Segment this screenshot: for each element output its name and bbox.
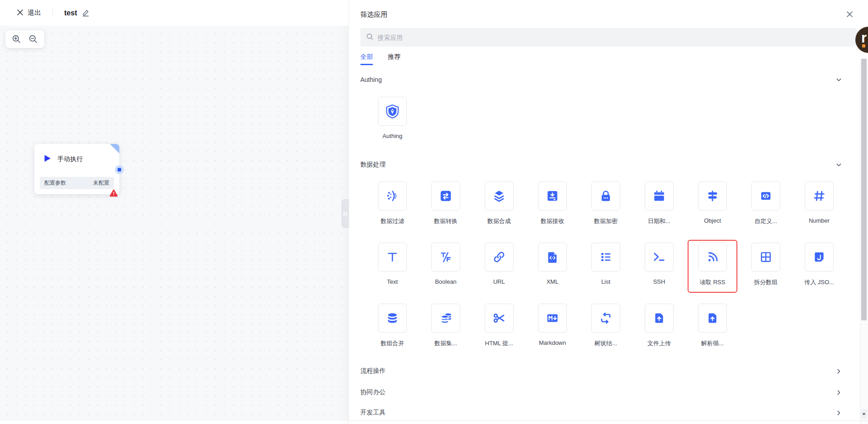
app-label: 数据转换 <box>434 217 458 225</box>
layers-icon <box>492 189 506 203</box>
config-label: 配置参数 <box>44 179 66 187</box>
app-item[interactable]: 解析循... <box>686 304 739 348</box>
scrollbar-track[interactable] <box>860 58 868 424</box>
search-input[interactable] <box>377 34 851 41</box>
app-item[interactable]: 树状结... <box>579 304 632 348</box>
tab-all[interactable]: 全部 <box>360 53 373 65</box>
app-tile <box>538 304 567 333</box>
section-header-2[interactable]: 流程操作 <box>360 367 859 376</box>
panel-collapse-handle[interactable] <box>341 199 349 228</box>
section-header-1[interactable]: 数据处理 <box>360 160 859 169</box>
edit-pencil-icon[interactable] <box>82 9 90 17</box>
app-item[interactable]: HTML 提... <box>472 304 526 348</box>
section-title: 流程操作 <box>360 367 386 375</box>
lock-icon <box>599 189 613 203</box>
link-icon <box>492 250 506 264</box>
section-title: 数据处理 <box>360 161 386 169</box>
app-sections: AuthingAuthing数据处理数据过滤数据转换数据合成数据接收数据加密日期… <box>360 64 859 415</box>
app-label: 日期和... <box>648 217 670 225</box>
app-item[interactable]: 数组合并 <box>366 304 419 348</box>
scrollbar-down-button[interactable] <box>861 409 867 419</box>
app-item[interactable]: 数据集... <box>419 304 472 348</box>
app-picker-panel: 筛选应用 全部 推荐 AuthingAuthing数据处理数据过滤数据转换数据合… <box>349 0 868 424</box>
app-tile <box>485 304 514 333</box>
close-icon <box>17 9 24 17</box>
chevron-right-icon <box>836 410 842 416</box>
topbar: 退出 test <box>0 0 349 26</box>
app-item[interactable]: Object <box>686 181 739 226</box>
scissors-icon <box>492 311 506 325</box>
app-tile <box>431 304 460 333</box>
app-item[interactable]: 拆分数组 <box>739 243 793 287</box>
app-tile <box>538 181 567 210</box>
node-output-port[interactable] <box>115 165 124 174</box>
panel-close-button[interactable] <box>844 9 854 19</box>
zoom-in-icon[interactable] <box>12 34 21 44</box>
file-parse-icon <box>706 311 719 325</box>
app-item[interactable]: Authing <box>366 97 419 141</box>
app-item[interactable]: 数据加密 <box>579 181 632 226</box>
zoom-out-icon[interactable] <box>28 34 38 44</box>
terminal-icon <box>652 250 666 264</box>
app-item[interactable]: Markdown <box>526 304 579 348</box>
app-tile <box>645 304 674 333</box>
divider <box>52 9 53 17</box>
node-manual-trigger[interactable]: 手动执行 配置参数 未配置 <box>34 144 119 194</box>
app-item[interactable]: Text <box>366 243 419 287</box>
app-item[interactable]: 数据转换 <box>419 181 472 226</box>
app-label: 数据合成 <box>487 217 511 225</box>
app-item[interactable]: 数据接收 <box>526 181 579 226</box>
app-tile <box>591 243 620 272</box>
section-header-3[interactable]: 协同办公 <box>360 388 859 397</box>
app-item[interactable]: 自定义... <box>739 181 793 226</box>
app-item[interactable]: 文件上传 <box>632 304 686 348</box>
search-icon <box>366 33 373 42</box>
app-tile <box>751 181 780 210</box>
app-item[interactable]: XML <box>526 243 579 287</box>
section-title: Authing <box>360 76 382 83</box>
filter-dots-icon <box>386 189 399 203</box>
app-tile <box>378 97 407 126</box>
section-header-4[interactable]: 开发工具 <box>360 408 859 415</box>
app-item[interactable]: 数据过滤 <box>366 181 419 226</box>
app-item[interactable]: 数据合成 <box>472 181 526 226</box>
app-label: 读取 RSS <box>700 278 725 286</box>
app-tile <box>431 243 460 272</box>
section-header-0[interactable]: Authing <box>360 75 859 84</box>
app-label: Markdown <box>539 339 566 346</box>
authing-shield-icon <box>385 104 400 119</box>
boolean-icon <box>439 250 453 264</box>
app-tile <box>805 181 834 210</box>
workflow-canvas[interactable]: 手动执行 配置参数 未配置 <box>0 26 349 421</box>
app-tile <box>485 243 514 272</box>
calendar-icon <box>652 189 666 203</box>
app-label: 数据加密 <box>594 217 618 225</box>
scrollbar-thumb[interactable] <box>861 59 867 320</box>
app-label: HTML 提... <box>485 339 513 348</box>
app-tile <box>431 181 460 210</box>
app-item[interactable]: 读取 RSS <box>686 243 739 287</box>
app-label: 自定义... <box>755 217 777 225</box>
tab-recommended[interactable]: 推荐 <box>388 53 401 65</box>
app-label: 拆分数组 <box>754 278 778 286</box>
app-item[interactable]: SSH <box>632 243 686 287</box>
node-corner-fold <box>110 144 119 153</box>
app-item[interactable]: URL <box>472 243 526 287</box>
app-tile <box>378 243 407 272</box>
app-item[interactable]: Number <box>793 181 846 226</box>
app-label: 数据过滤 <box>381 217 404 225</box>
app-tile <box>751 243 780 272</box>
app-tile <box>698 304 727 333</box>
exit-button[interactable]: 退出 <box>17 9 41 17</box>
node-config-row: 配置参数 未配置 <box>40 177 114 189</box>
app-item[interactable]: List <box>579 243 632 287</box>
chevron-right-icon <box>836 368 842 374</box>
app-item[interactable]: Boolean <box>419 243 472 287</box>
list-icon <box>599 250 613 264</box>
chevron-right-icon <box>836 390 842 395</box>
panel-title: 筛选应用 <box>360 10 387 19</box>
database-icon <box>386 311 399 325</box>
split-grid-icon <box>759 250 773 264</box>
app-item[interactable]: 日期和... <box>632 181 686 226</box>
app-item[interactable]: 传入 JSO... <box>793 243 846 287</box>
